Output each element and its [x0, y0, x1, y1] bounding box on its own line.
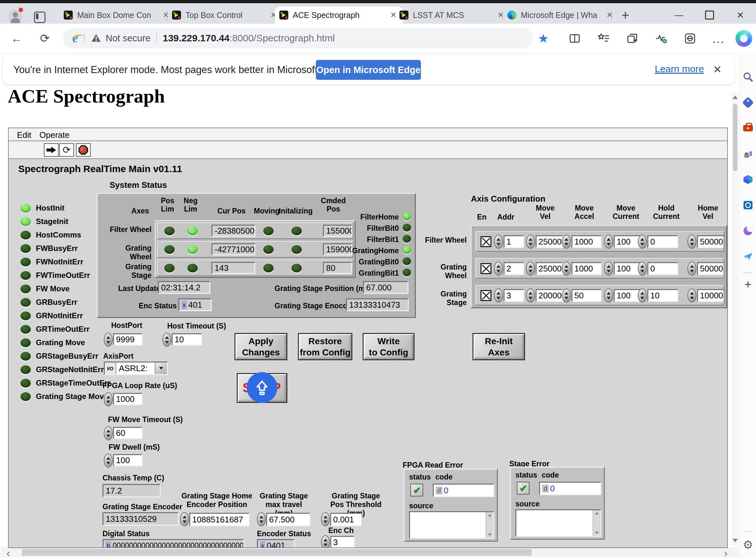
fpga-loop-field[interactable]: 1000 — [113, 393, 142, 405]
axis-port-combo[interactable]: I/O ASRL2: — [104, 361, 168, 375]
copilot-designer-icon[interactable] — [741, 224, 755, 237]
reinit-axes-button[interactable]: Re-Init Axes — [473, 333, 525, 360]
enable-checkbox[interactable] — [481, 263, 491, 274]
hold-current-spinner[interactable] — [638, 288, 647, 303]
run-icon[interactable] — [44, 143, 59, 157]
addr-spinner[interactable] — [494, 261, 503, 276]
hold-current-spinner[interactable] — [638, 235, 647, 249]
textarea-scrollbar[interactable] — [593, 510, 600, 536]
move-accel-field[interactable]: 1000 — [571, 235, 602, 248]
hold-current-field[interactable]: 0 — [647, 235, 678, 248]
apply-changes-button[interactable]: Apply Changes — [235, 333, 287, 360]
tab-main-box-dome[interactable]: Main Box Dome Con ✕ — [59, 6, 176, 24]
hold-current-field[interactable]: 10 — [647, 289, 678, 302]
tab-lsst-at-mcs[interactable]: LSST AT MCS ✕ — [395, 6, 510, 24]
tools-icon[interactable] — [741, 122, 755, 135]
move-current-spinner[interactable] — [604, 288, 613, 303]
ie-mode-icon[interactable] — [682, 31, 698, 46]
move-vel-spinner[interactable] — [526, 261, 535, 276]
move-vel-field[interactable]: 250000 — [536, 262, 563, 275]
host-timeout-field[interactable]: 10 — [172, 333, 202, 346]
gs-thresh-field[interactable]: 0.001 — [330, 513, 362, 526]
vertical-scroll-thumb[interactable] — [733, 104, 737, 171]
gs-thresh-spinner[interactable] — [321, 512, 330, 526]
fpga-loop-spinner[interactable] — [104, 392, 113, 406]
scroll-down-icon[interactable] — [733, 539, 738, 542]
home-vel-spinner[interactable] — [687, 261, 696, 276]
home-vel-spinner[interactable] — [687, 288, 696, 303]
scroll-left-icon[interactable]: ‹ — [6, 547, 10, 558]
browser-essentials-icon[interactable] — [653, 31, 669, 46]
move-current-field[interactable]: 100 — [614, 235, 641, 248]
fw-move-timeout-field[interactable]: 60 — [113, 427, 142, 439]
horizontal-scroll-thumb[interactable] — [22, 549, 532, 556]
move-accel-spinner[interactable] — [562, 235, 571, 249]
shopping-icon[interactable] — [741, 96, 755, 109]
home-vel-spinner[interactable] — [687, 235, 696, 249]
microsoft-365-icon[interactable] — [741, 173, 755, 186]
bookmark-star-icon[interactable]: ★ — [536, 31, 551, 46]
move-vel-spinner[interactable] — [526, 288, 535, 303]
restore-from-config-button[interactable]: Restore from Config — [298, 333, 352, 360]
learn-more-link[interactable]: Learn more — [655, 64, 704, 74]
move-current-field[interactable]: 100 — [614, 262, 641, 275]
gs-max-field[interactable]: 67.500 — [266, 513, 310, 526]
move-current-field[interactable]: 100 — [614, 289, 641, 302]
write-to-config-button[interactable]: Write to Config — [362, 333, 414, 360]
copilot-icon[interactable] — [735, 30, 752, 47]
enable-checkbox[interactable] — [481, 236, 491, 247]
addr-field[interactable]: 1 — [504, 235, 524, 248]
home-vel-field[interactable]: 100000 — [697, 289, 724, 302]
horizontal-scrollbar[interactable]: ‹ › — [1, 548, 739, 557]
enable-checkbox[interactable] — [481, 290, 491, 301]
settings-gear-icon[interactable]: ⚙ — [741, 538, 755, 552]
host-port-field[interactable]: 9999 — [113, 333, 142, 346]
menu-edit[interactable]: Edit — [15, 129, 34, 141]
move-accel-field[interactable]: 1000 — [571, 262, 602, 275]
addr-field[interactable]: 2 — [504, 262, 524, 275]
move-accel-spinner[interactable] — [562, 288, 571, 303]
favorites-icon[interactable] — [596, 31, 611, 46]
home-vel-field[interactable]: 50000 — [697, 235, 724, 248]
host-port-spinner[interactable] — [104, 333, 113, 347]
move-vel-field[interactable]: 250000 — [536, 235, 563, 248]
vertical-scrollbar[interactable] — [732, 92, 739, 546]
email-send-icon[interactable] — [741, 250, 755, 263]
back-icon[interactable]: ← — [9, 31, 24, 46]
refresh-icon[interactable]: ⟳ — [37, 31, 53, 46]
move-current-spinner[interactable] — [604, 235, 613, 249]
collections-icon[interactable] — [625, 31, 640, 46]
fw-move-timeout-spinner[interactable] — [104, 426, 113, 440]
search-icon[interactable] — [741, 70, 755, 84]
move-accel-field[interactable]: 50 — [571, 289, 602, 302]
fw-dwell-field[interactable]: 100 — [113, 454, 142, 466]
fw-dwell-spinner[interactable] — [104, 454, 113, 467]
scroll-right-icon[interactable]: › — [724, 547, 728, 558]
home-vel-field[interactable]: 50000 — [697, 262, 724, 275]
dropdown-arrow-icon[interactable] — [155, 362, 167, 374]
settings-more-icon[interactable]: … — [710, 31, 726, 46]
addr-field[interactable]: 3 — [504, 289, 524, 302]
tab-microsoft-edge[interactable]: Microsoft Edge | Wha ✕ — [503, 6, 619, 24]
tab-top-box-control[interactable]: Top Box Control ✕ — [167, 6, 283, 24]
addr-spinner[interactable] — [494, 235, 503, 249]
address-bar[interactable]: e Not secure 139.229.170.44 :8000/Spectr… — [63, 28, 533, 48]
banner-close-icon[interactable]: ✕ — [710, 62, 725, 77]
gs-home-field[interactable]: 10885161687 — [189, 513, 249, 526]
gs-max-spinner[interactable] — [257, 512, 266, 526]
hold-current-spinner[interactable] — [638, 261, 647, 276]
maximize-button[interactable] — [701, 8, 718, 22]
close-button[interactable]: ✕ — [732, 8, 749, 22]
addr-spinner[interactable] — [494, 288, 503, 303]
enc-ch-spinner[interactable] — [321, 535, 330, 548]
tab-ace-spectrograph-active[interactable]: ACE Spectrograph ✕ — [275, 6, 403, 24]
move-accel-spinner[interactable] — [562, 261, 571, 276]
new-tab-button[interactable]: + — [621, 8, 629, 23]
workspaces-icon[interactable] — [34, 11, 46, 23]
outlook-icon[interactable] — [741, 198, 755, 212]
host-timeout-spinner[interactable] — [162, 333, 171, 347]
open-in-edge-button[interactable]: Open in Microsoft Edge — [316, 60, 421, 80]
gs-home-spinner[interactable] — [180, 512, 189, 526]
enc-ch-field[interactable]: 3 — [330, 536, 355, 548]
textarea-scrollbar[interactable] — [486, 512, 493, 538]
